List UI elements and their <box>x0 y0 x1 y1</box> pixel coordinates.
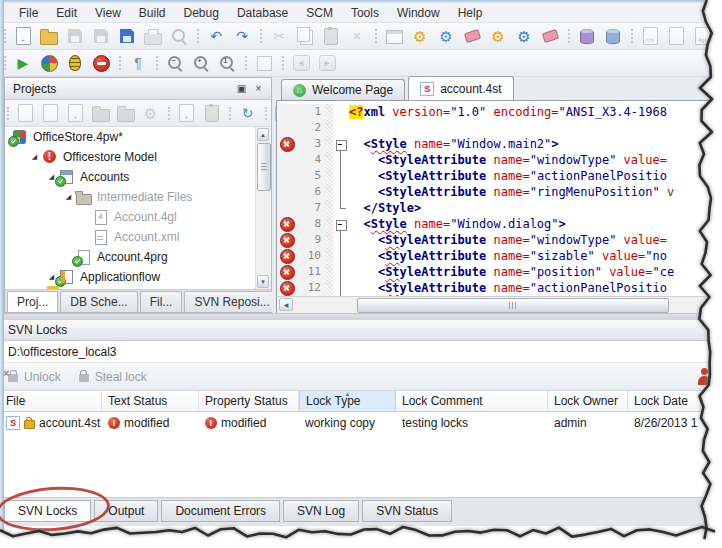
scroll-up-button[interactable]: ▲ <box>257 128 269 141</box>
debug-icon <box>69 55 81 71</box>
editor-panel: ⌂Welcome PageSaccount.4st 1<?xml version… <box>276 77 722 313</box>
new-db-table-button[interactable] <box>576 25 598 47</box>
tree-item-account-4prg[interactable]: Account.4prg <box>5 247 271 267</box>
fold-collapse-icon[interactable] <box>336 220 347 231</box>
tree-vertical-scrollbar[interactable]: ▲ ▼ <box>255 127 271 289</box>
column-header-lock-comment[interactable]: Lock Comment <box>396 391 548 411</box>
code-line-2[interactable]: 2 <box>277 120 722 136</box>
code-line-1[interactable]: 1<?xml version="1.0" encoding="ANSI_X3.4… <box>277 104 722 120</box>
zoom-in-button[interactable]: + <box>190 52 212 74</box>
code-line-10[interactable]: 10 <StyleAttribute name="sizable" value=… <box>277 248 722 264</box>
line-number: 8 <box>297 216 325 232</box>
rebuild-button[interactable]: ⚙ <box>435 25 457 47</box>
expand-arrow-icon[interactable]: ◢ <box>28 153 41 161</box>
show-whitespace-button[interactable]: ¶ <box>127 52 149 74</box>
svn-table-row[interactable]: Saccount.4st!modified!modifiedworking co… <box>0 412 722 433</box>
redo-icon: ↷ <box>233 27 251 45</box>
build-button[interactable]: ⚙ <box>409 25 431 47</box>
project-4pw-icon <box>11 129 28 145</box>
zoom-out-button[interactable]: − <box>164 52 186 74</box>
editor-tab-account-4st[interactable]: Saccount.4st <box>408 76 513 100</box>
menu-debug[interactable]: Debug <box>175 4 228 22</box>
menu-database[interactable]: Database <box>228 4 297 22</box>
tree-item-account-xml[interactable]: Account.xml <box>5 227 271 247</box>
db-import-button[interactable] <box>602 25 624 47</box>
menu-help[interactable]: Help <box>449 4 492 22</box>
expand-arrow-icon[interactable]: ◢ <box>62 193 75 201</box>
tab-document-errors[interactable]: Document Errors <box>161 500 280 522</box>
scroll-right-button[interactable]: ▶ <box>706 298 720 311</box>
menu-window[interactable]: Window <box>388 4 449 22</box>
menu-scm[interactable]: SCM <box>297 4 342 22</box>
build-all-button[interactable]: ⚙ <box>487 25 509 47</box>
tree-item-intermediate-files[interactable]: ◢Intermediate Files <box>5 187 271 207</box>
scrollbar-thumb[interactable] <box>357 298 669 313</box>
stop-button[interactable] <box>90 52 112 74</box>
code-line-7[interactable]: 7 </Style> <box>277 200 722 216</box>
code-line-4[interactable]: 4 <StyleAttribute name="windowType" valu… <box>277 152 722 168</box>
code-line-3[interactable]: 3 <Style name="Window.main2"> <box>277 136 722 152</box>
code-line-12[interactable]: 12 <StyleAttribute name="actionPanelPosi… <box>277 280 722 296</box>
code-line-5[interactable]: 5 <StyleAttribute name="actionPanelPosit… <box>277 168 722 184</box>
column-header-file[interactable]: File <box>0 391 102 411</box>
menu-view[interactable]: View <box>86 4 130 22</box>
tree-item-officestoreappflow-4ba[interactable]: OfficestoreAppFlow.4ba <box>5 287 271 289</box>
new-file-button[interactable]: + <box>12 25 34 47</box>
save-all-button[interactable] <box>116 25 138 47</box>
float-panel-button[interactable]: ▣ <box>233 81 250 96</box>
horizontal-splitter[interactable] <box>0 313 722 320</box>
editor-horizontal-scrollbar[interactable]: ◀ ▶ <box>276 296 722 313</box>
tree-item-accounts[interactable]: ◢Accounts <box>5 167 271 187</box>
show-whitespace-icon: ¶ <box>129 54 147 72</box>
scrollbar-thumb[interactable] <box>257 143 271 191</box>
column-header-lock-date[interactable]: Lock Date <box>628 391 722 411</box>
tree-item-officestore-model[interactable]: ◢Officestore Model <box>5 147 271 167</box>
refresh-button[interactable]: ↻ <box>237 103 258 124</box>
code-line-8[interactable]: 8 <Style name="Window.dialog"> <box>277 216 722 232</box>
code-editor[interactable]: 1<?xml version="1.0" encoding="ANSI_X3.4… <box>276 100 722 296</box>
tab-svn-status[interactable]: SVN Status <box>362 500 452 522</box>
tree-item-applicationflow[interactable]: ◢Applicationflow <box>5 267 271 287</box>
editor-tab-welcome-page[interactable]: ⌂Welcome Page <box>281 79 405 100</box>
close-panel-button[interactable]: × <box>250 81 267 96</box>
scroll-left-button[interactable]: ◀ <box>279 298 293 311</box>
tree-item-officestore-4pw[interactable]: OfficeStore.4pw* <box>5 127 271 147</box>
panel-tab-db-sche[interactable]: DB Sche... <box>60 291 137 312</box>
project-tree: OfficeStore.4pw*◢Officestore Model◢Accou… <box>5 127 271 289</box>
menu-file[interactable]: File <box>10 4 47 22</box>
clean-button[interactable] <box>461 25 483 47</box>
panel-tab-svn-reposi[interactable]: SVN Reposi... <box>184 291 279 312</box>
user-icon[interactable] <box>697 368 712 385</box>
code-line-6[interactable]: 6 <StyleAttribute name="ringMenuPosition… <box>277 184 722 200</box>
debug-button[interactable] <box>64 52 86 74</box>
clean-all-button[interactable] <box>539 25 561 47</box>
menu-build[interactable]: Build <box>130 4 175 22</box>
model-error-icon <box>41 149 58 165</box>
projects-toolbar: +⚙+↻» <box>5 100 271 127</box>
column-header-text-status[interactable]: Text Status <box>102 391 199 411</box>
run-button[interactable]: ▶ <box>12 52 34 74</box>
panel-tab-proj[interactable]: Proj... <box>7 291 58 312</box>
redo-button[interactable]: ↷ <box>231 25 253 47</box>
code-line-11[interactable]: 11 <StyleAttribute name="position" value… <box>277 264 722 280</box>
tab-svn-locks[interactable]: SVN Locks <box>4 500 91 522</box>
menu-edit[interactable]: Edit <box>47 4 86 22</box>
scroll-down-button[interactable]: ▼ <box>257 275 269 288</box>
tree-item-account-4gl[interactable]: Account.4gl <box>5 207 271 227</box>
column-header-property-status[interactable]: Property Status <box>199 391 299 411</box>
entity-browser-button <box>383 25 405 47</box>
open-file-button[interactable] <box>38 25 60 47</box>
profile-button[interactable] <box>38 52 60 74</box>
column-header-lock-type[interactable]: ▲Lock Type <box>299 391 396 411</box>
menu-tools[interactable]: Tools <box>342 4 388 22</box>
undo-button[interactable]: ↶ <box>205 25 227 47</box>
fold-collapse-icon[interactable] <box>336 140 347 151</box>
column-header-lock-owner[interactable]: Lock Owner <box>548 391 628 411</box>
tab-output[interactable]: Output <box>94 500 158 522</box>
zoom-reset-button[interactable]: 1 <box>216 52 238 74</box>
code-line-9[interactable]: 9 <StyleAttribute name="windowType" valu… <box>277 232 722 248</box>
panel-tab-fil[interactable]: Fil... <box>140 291 183 312</box>
tab-svn-log[interactable]: SVN Log <box>283 500 359 522</box>
page-4gl-icon <box>92 209 109 225</box>
rebuild-all-button[interactable]: ⚙ <box>513 25 535 47</box>
